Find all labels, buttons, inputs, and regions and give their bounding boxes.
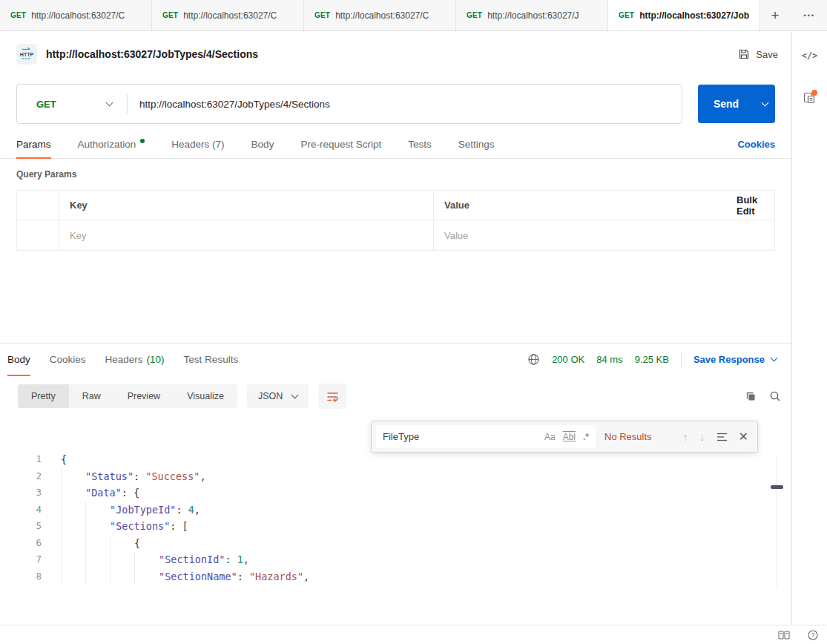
token: : <box>225 553 237 565</box>
key-input[interactable]: Key <box>59 220 433 250</box>
token: 1 <box>237 553 243 565</box>
regex-icon[interactable]: .* <box>583 432 589 442</box>
match-case-icon[interactable]: Aa <box>544 432 556 442</box>
request-tab-body[interactable]: Body <box>251 131 274 158</box>
line-number: 8 <box>0 568 42 585</box>
send-button[interactable]: Send <box>698 85 775 123</box>
save-response-button[interactable]: Save Response <box>693 354 777 365</box>
request-tab-pre-request-script[interactable]: Pre-request Script <box>300 131 381 158</box>
request-tab-label: Authorization <box>78 139 136 150</box>
new-tab-button[interactable]: + <box>760 0 790 30</box>
response-size[interactable]: 9.25 KB <box>635 354 669 365</box>
response-tab-body[interactable]: Body <box>7 344 30 375</box>
split-pane-icon[interactable] <box>778 631 790 640</box>
tab-method-label: GET <box>162 11 178 19</box>
url-row: GET http://localhost:63027/JobTypes/4/Se… <box>0 77 791 131</box>
find-input[interactable]: FileType Aa Abl .* <box>376 425 596 448</box>
indent-guide <box>134 568 159 585</box>
save-button[interactable]: Save <box>738 48 778 60</box>
right-sidebar: </> <box>791 31 827 625</box>
response-tab-label: Test Results <box>184 354 239 365</box>
scrollbar-thumb[interactable] <box>771 485 783 489</box>
request-title: http://localhost:63027/JobTypes/4/Sectio… <box>46 48 258 60</box>
code-line: 2"Status": "Success", <box>0 468 791 485</box>
view-tab-pretty[interactable]: Pretty <box>18 384 69 408</box>
request-tab-settings[interactable]: Settings <box>458 131 495 158</box>
response-tab-label: Body <box>7 354 30 365</box>
tab-method-label: GET <box>10 11 26 19</box>
more-tabs-button[interactable]: ••• <box>792 0 827 30</box>
view-tab-visualize[interactable]: Visualize <box>174 384 237 408</box>
window-tab[interactable]: GEThttp://localhost:63027/C <box>304 0 456 30</box>
token: { <box>134 537 140 549</box>
find-previous-icon[interactable]: ↑ <box>683 430 689 443</box>
wrap-lines-icon <box>326 390 339 403</box>
status-code[interactable]: 200 OK <box>552 354 584 365</box>
indent-guide <box>61 568 85 585</box>
response-tab-label: Headers <box>105 354 143 365</box>
chevron-down-icon <box>771 355 778 362</box>
key-placeholder: Key <box>70 230 86 241</box>
find-next-icon[interactable]: ↓ <box>699 430 705 443</box>
url-input[interactable]: http://localhost:63027/JobTypes/4/Sectio… <box>128 99 682 110</box>
help-icon[interactable]: ? <box>808 630 818 640</box>
find-filter-icon[interactable] <box>716 433 728 441</box>
window-tab[interactable]: GEThttp://localhost:63027/JobTypes/4/Sec… <box>608 0 760 30</box>
code-snippet-icon[interactable]: </> <box>802 50 818 61</box>
close-icon[interactable]: ✕ <box>739 431 748 443</box>
send-options-caret[interactable] <box>754 103 775 105</box>
code-line: 6{ <box>0 535 791 552</box>
view-mode-segmented-control: PrettyRawPreviewVisualize <box>18 384 237 408</box>
response-tab-headers[interactable]: Headers(10) <box>105 344 165 375</box>
window-tab[interactable]: GEThttp://localhost:63027/J <box>456 0 608 30</box>
search-icon[interactable] <box>769 390 781 402</box>
request-tab-tests[interactable]: Tests <box>408 131 432 158</box>
line-number: 7 <box>0 551 42 568</box>
format-dropdown[interactable]: JSON <box>247 384 309 408</box>
cookies-link[interactable]: Cookies <box>737 139 775 150</box>
code-content: { <box>61 451 67 468</box>
value-column-header: Value <box>433 191 726 220</box>
window-tab[interactable]: GEThttp://localhost:63027/C <box>0 0 152 30</box>
method-label: GET <box>36 99 56 110</box>
token: "JobTypeId" <box>110 504 176 516</box>
code-content: "Status": "Success", <box>61 468 206 485</box>
value-input[interactable]: Value <box>433 220 726 250</box>
row-select-cell[interactable] <box>17 220 59 250</box>
code-line: 4"JobTypeId": 4, <box>0 502 791 519</box>
line-number: 4 <box>0 502 42 519</box>
window-tab[interactable]: GEThttp://localhost:63027/C <box>152 0 304 30</box>
code-content: "Sections": [ <box>61 518 188 535</box>
globe-icon[interactable] <box>527 353 540 366</box>
response-tab-cookies[interactable]: Cookies <box>50 344 86 375</box>
request-tab-params[interactable]: Params <box>16 131 51 158</box>
request-tab-label: Tests <box>408 139 432 150</box>
bulk-edit-button[interactable]: Bulk Edit <box>737 194 764 217</box>
documentation-icon[interactable] <box>802 89 818 108</box>
response-tab-test-results[interactable]: Test Results <box>184 344 239 375</box>
indent-guide <box>134 551 159 568</box>
token: : <box>176 504 188 516</box>
token: "Hazards" <box>249 571 303 582</box>
view-tab-preview[interactable]: Preview <box>114 384 174 408</box>
request-tab-authorization[interactable]: Authorization <box>78 131 145 158</box>
request-tab-label: Headers (7) <box>171 139 224 150</box>
indent-guide <box>61 551 85 568</box>
key-header-label: Key <box>70 200 88 211</box>
request-tab-headers-7[interactable]: Headers (7) <box>171 131 224 158</box>
tab-url-label: http://localhost:63027/C <box>335 10 429 21</box>
query-params-table: Key Value Bulk Edit Key Value <box>16 190 775 251</box>
response-actions <box>745 390 781 402</box>
wrap-lines-button[interactable] <box>318 384 346 409</box>
request-header: HTTP http://localhost:63027/JobTypes/4/S… <box>0 31 791 77</box>
find-query-text: FileType <box>383 431 537 442</box>
whole-word-icon[interactable]: Abl <box>563 432 576 442</box>
response-time[interactable]: 84 ms <box>596 354 622 365</box>
copy-icon[interactable] <box>745 391 756 402</box>
tab-url-label: http://localhost:63027/JobTypes/4/Sectio… <box>639 10 749 21</box>
token: [ <box>182 520 188 532</box>
view-tab-raw[interactable]: Raw <box>69 384 114 408</box>
token: "Data" <box>85 487 122 499</box>
json-code[interactable]: 1{2"Status": "Success",3"Data": {4"JobTy… <box>0 451 791 585</box>
method-selector[interactable]: GET <box>17 99 127 110</box>
